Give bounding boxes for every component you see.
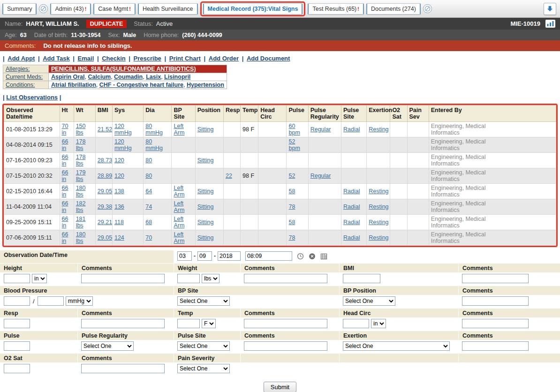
tab-quick-edit-icon[interactable] [39, 4, 48, 13]
vital-value-link[interactable]: Radial [343, 204, 360, 210]
bmi-input[interactable] [343, 274, 380, 283]
tab-case-mgmt[interactable]: Case Mgmt! [93, 3, 136, 15]
pulse-input[interactable] [4, 341, 30, 351]
bp-position-select[interactable]: Select One [343, 296, 395, 306]
med-link-coumadin[interactable]: Coumadin [114, 74, 143, 80]
weight-comments-input[interactable] [244, 274, 327, 283]
allergies-value-link[interactable]: PENICILLINS, SULFA(SULFONAMIDE ANTIBIOTI… [51, 66, 196, 72]
clock-icon[interactable] [297, 253, 304, 260]
bp-diastolic-input[interactable] [38, 296, 64, 306]
vital-value-link[interactable]: 74 [145, 204, 152, 210]
current-meds-label-link[interactable]: Current Meds: [6, 74, 43, 80]
temp-input[interactable] [177, 319, 200, 328]
vital-value-link[interactable]: 66 in [62, 231, 68, 244]
vital-value-link[interactable]: Resting [369, 219, 388, 226]
vital-value-link[interactable]: Sitting [197, 204, 214, 210]
vital-value-link[interactable]: 28.73 [98, 157, 112, 164]
action-link-add-document[interactable]: Add Document [247, 55, 290, 62]
allergies-label-link[interactable]: Allergies: [6, 66, 30, 72]
date-month-input[interactable] [177, 251, 192, 261]
vital-value-link[interactable]: Resting [369, 204, 388, 210]
temp-unit-select[interactable]: F [202, 319, 216, 328]
vital-value-link[interactable]: 180 lbs [76, 231, 86, 244]
vital-value-link[interactable]: 182 lbs [76, 200, 86, 213]
med-link-lasix[interactable]: Lasix [146, 74, 161, 80]
med-link-lisinopril[interactable]: Lisinopril [164, 74, 190, 80]
vital-value-link[interactable]: 64 [145, 188, 152, 195]
resp-input[interactable] [4, 319, 30, 328]
vital-value-link[interactable]: 21.52 [98, 126, 112, 133]
vital-value-link[interactable]: 66 in [62, 169, 68, 182]
vital-value-link[interactable]: 78 [288, 204, 295, 210]
vital-value-link[interactable]: 80 mmHg [145, 138, 163, 151]
conditions-label-link[interactable]: Conditions: [6, 82, 35, 88]
tab-test-results-65[interactable]: Test Results (65)! [308, 3, 363, 15]
vital-value-link[interactable]: Sitting [197, 234, 214, 241]
o2-comments-input[interactable] [81, 364, 165, 373]
vital-value-link[interactable]: 178 lbs [76, 154, 86, 167]
head-circ-unit-select[interactable]: in [371, 319, 386, 328]
weight-input[interactable] [177, 274, 200, 283]
tab-summary[interactable]: Summary [2, 3, 37, 15]
vital-value-link[interactable]: 66 in [62, 200, 68, 213]
vital-value-link[interactable]: Sitting [197, 126, 214, 133]
tab-documents-274[interactable]: Documents (274) [366, 3, 421, 15]
vital-value-link[interactable]: 66 in [62, 216, 68, 229]
vital-value-link[interactable]: 70 in [62, 123, 68, 136]
vital-value-link[interactable]: 78 [288, 234, 295, 241]
weight-unit-select[interactable]: lbs [202, 274, 219, 283]
tab-medical-record-375-vital-signs[interactable]: Medical Record (375):Vital Signs [203, 3, 303, 15]
download-button[interactable] [544, 3, 556, 15]
time-input[interactable] [245, 251, 292, 261]
vital-value-link[interactable]: Left Arm [174, 123, 184, 136]
vital-value-link[interactable]: 29.38 [98, 204, 112, 210]
vital-value-link[interactable]: 80 mmHg [145, 123, 163, 136]
action-link-email[interactable]: Email [78, 55, 94, 62]
vital-value-link[interactable]: Resting [369, 234, 388, 241]
action-link-add-order[interactable]: Add Order [209, 55, 239, 62]
height-unit-select[interactable]: in [32, 274, 47, 283]
date-day-input[interactable] [197, 251, 212, 261]
vital-value-link[interactable]: Left Arm [174, 231, 184, 244]
bp-systolic-input[interactable] [4, 296, 30, 306]
vital-value-link[interactable]: 66 in [62, 138, 68, 151]
vital-value-link[interactable]: Resting [369, 126, 388, 133]
bp-unit-select[interactable]: mmHg [66, 296, 93, 306]
vital-value-link[interactable]: 120 mmHg [114, 138, 132, 151]
condition-link-atrial-fibrillation[interactable]: Atrial fibrillation [51, 82, 96, 88]
vital-value-link[interactable]: Resting [369, 188, 388, 195]
vital-value-link[interactable]: 29.21 [98, 219, 112, 226]
tab-quick-edit-icon[interactable] [423, 4, 432, 13]
vital-value-link[interactable]: Radial [343, 219, 360, 226]
vital-value-link[interactable]: 180 lbs [76, 185, 86, 198]
tab-health-surveillance[interactable]: Health Surveillance [138, 3, 198, 15]
height-comments-input[interactable] [81, 274, 165, 283]
vital-value-link[interactable]: 66 in [62, 154, 68, 167]
med-link-aspirin-oral[interactable]: Aspirin Oral [51, 74, 85, 80]
vital-value-link[interactable]: 58 [288, 219, 295, 226]
vital-value-link[interactable]: Radial [343, 188, 360, 195]
date-year-input[interactable] [218, 251, 241, 261]
vital-value-link[interactable]: 138 [114, 188, 124, 195]
list-observations-link[interactable]: List Observations [6, 94, 58, 101]
temp-comments-input[interactable] [244, 319, 327, 328]
chart-graph-icon[interactable] [545, 20, 555, 28]
head-circ-input[interactable] [343, 319, 369, 328]
height-input[interactable] [4, 274, 30, 283]
vital-value-link[interactable]: 178 lbs [76, 138, 86, 151]
vital-value-link[interactable]: 66 in [62, 185, 68, 198]
vital-value-link[interactable]: 58 [288, 188, 295, 195]
vital-value-link[interactable]: 52 [288, 173, 295, 179]
action-link-checkin[interactable]: Checkin [102, 55, 126, 62]
pain-severity-select[interactable]: Select One [177, 364, 230, 373]
action-link-add-appt[interactable]: Add Appt [8, 55, 35, 62]
vital-value-link[interactable]: 22 [226, 173, 232, 179]
bp-comments-input[interactable] [462, 296, 529, 306]
exertion-comments-input[interactable] [462, 341, 529, 351]
vital-value-link[interactable]: 179 lbs [76, 169, 86, 182]
vital-value-link[interactable]: 124 [114, 234, 124, 241]
vital-value-link[interactable]: Regular [310, 126, 331, 133]
vital-value-link[interactable]: Left Arm [174, 216, 184, 229]
vital-value-link[interactable]: Left Arm [174, 200, 184, 213]
submit-button[interactable]: Submit [264, 382, 296, 392]
